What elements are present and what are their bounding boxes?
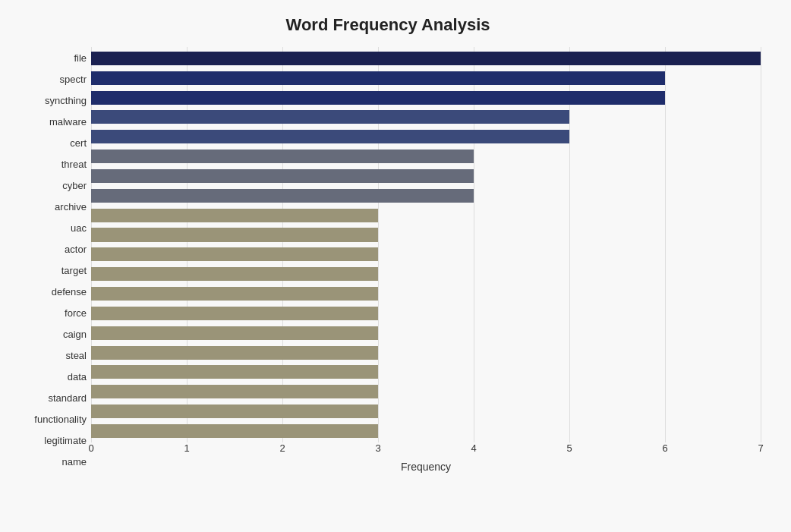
bar [91, 326, 378, 340]
y-label: steal [15, 351, 87, 360]
bar [91, 247, 378, 261]
bars-area [91, 47, 761, 442]
bar [91, 189, 474, 203]
bar-row [91, 421, 761, 441]
y-label: standard [15, 393, 87, 403]
y-label: threat [15, 159, 87, 169]
y-label: archive [15, 202, 87, 212]
y-label: cyber [15, 181, 87, 190]
y-label: syncthing [15, 96, 87, 105]
bar-row [91, 127, 761, 146]
bar [91, 71, 665, 85]
bar [91, 209, 378, 222]
bar [91, 169, 474, 183]
y-label: cert [15, 138, 87, 148]
y-label: actor [15, 244, 87, 254]
x-tick: 0 [88, 442, 93, 454]
y-label: target [15, 266, 87, 275]
x-tick: 1 [184, 442, 189, 454]
chart-area: filespectrsyncthingmalwarecertthreatcybe… [15, 47, 761, 473]
bar [91, 424, 378, 438]
bar-row [91, 304, 761, 323]
y-label: defense [15, 287, 87, 297]
grid-line [761, 47, 761, 442]
y-label: file [15, 53, 87, 63]
x-tick: 2 [279, 442, 285, 454]
y-label: uac [15, 223, 87, 233]
bar-row [91, 343, 761, 363]
y-label: functionality [15, 414, 87, 424]
bar [91, 150, 474, 163]
bar [91, 228, 378, 241]
bar [91, 405, 378, 418]
x-tick: 7 [758, 442, 763, 454]
chart-title: Word Frequency Analysis [15, 15, 761, 35]
y-label: data [15, 372, 87, 382]
bar-row [91, 244, 761, 264]
x-axis: 01234567 Frequency [91, 442, 761, 473]
bar-row [91, 284, 761, 304]
y-label: spectr [15, 74, 87, 84]
bar-row [91, 363, 761, 382]
bar-row [91, 323, 761, 343]
y-label: legitimate [15, 436, 87, 445]
bar [91, 365, 378, 379]
bar [91, 385, 378, 398]
bar-row [91, 166, 761, 186]
bar-row [91, 146, 761, 166]
bar-row [91, 108, 761, 127]
bar [91, 110, 569, 124]
bar [91, 267, 378, 281]
bar-row [91, 88, 761, 108]
bar-row [91, 206, 761, 225]
chart-container: Word Frequency Analysis filespectrsyncth… [0, 0, 791, 532]
bar-row [91, 49, 761, 68]
y-label: malware [15, 117, 87, 127]
x-tick: 3 [375, 442, 380, 454]
x-tick: 6 [662, 442, 667, 454]
bar [91, 287, 378, 301]
bar [91, 91, 665, 105]
bar-row [91, 264, 761, 284]
y-label: force [15, 308, 87, 318]
bar [91, 130, 569, 143]
bars-and-x: 01234567 Frequency [91, 47, 761, 473]
y-label: caign [15, 329, 87, 339]
y-label: name [15, 457, 87, 467]
x-tick: 5 [566, 442, 572, 454]
x-ticks: 01234567 [91, 442, 761, 458]
x-axis-label: Frequency [91, 461, 761, 473]
bar-row [91, 225, 761, 245]
bar-row [91, 186, 761, 206]
bar [91, 52, 761, 65]
bar-row [91, 401, 761, 421]
bar [91, 346, 378, 360]
y-axis: filespectrsyncthingmalwarecertthreatcybe… [15, 47, 91, 473]
bars-inner [91, 47, 761, 442]
x-tick: 4 [471, 442, 476, 454]
bar-row [91, 382, 761, 401]
bar-row [91, 68, 761, 88]
bar [91, 307, 378, 320]
